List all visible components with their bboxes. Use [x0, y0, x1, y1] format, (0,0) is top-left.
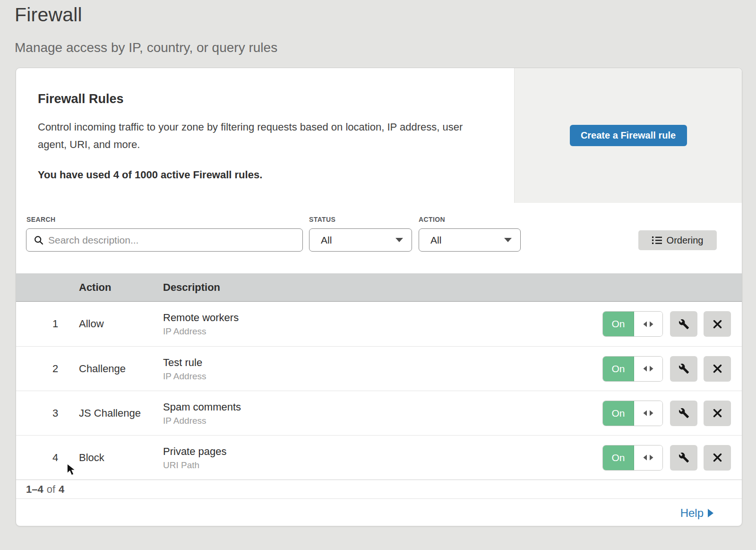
wrench-icon: [679, 452, 689, 463]
rule-controls: On: [602, 445, 731, 471]
card-footer: Help: [16, 499, 742, 527]
toggle-on-label: On: [603, 445, 634, 470]
usage-note: You have used 4 of 1000 active Firewall …: [38, 169, 491, 181]
table-row: 1 Allow Remote workers IP Address On: [16, 302, 742, 346]
wrench-icon: [679, 363, 689, 374]
edit-rule-button[interactable]: [670, 311, 697, 337]
table-row: 2 Challenge Test rule IP Address On: [16, 346, 742, 391]
rule-controls: On: [602, 356, 731, 382]
rule-priority: 3: [44, 407, 66, 419]
action-label: ACTION: [419, 216, 445, 223]
rule-match-type: IP Address: [163, 326, 239, 337]
create-firewall-rule-button[interactable]: Create a Firewall rule: [570, 125, 687, 146]
search-box[interactable]: [26, 228, 303, 252]
rule-controls: On: [602, 311, 731, 337]
search-input[interactable]: [48, 235, 294, 246]
close-icon: [713, 364, 722, 373]
toggle-on-label: On: [603, 312, 634, 336]
action-select-value: All: [430, 235, 441, 246]
left-right-arrows-icon: [643, 366, 653, 372]
page-subtitle: Manage access by IP, country, or query r…: [15, 40, 277, 55]
firewall-page: Firewall Manage access by IP, country, o…: [0, 0, 756, 550]
edit-rule-button[interactable]: [670, 401, 697, 426]
column-header-action: Action: [79, 281, 111, 294]
rule-enabled-toggle[interactable]: On: [602, 311, 663, 337]
edit-rule-button[interactable]: [670, 445, 697, 471]
rule-enabled-toggle[interactable]: On: [602, 356, 663, 382]
left-right-arrows-icon: [643, 410, 653, 416]
delete-rule-button[interactable]: [704, 356, 731, 382]
rule-priority: 2: [44, 363, 66, 375]
table-row: 4 Block Private pages URI Path On: [16, 435, 742, 480]
toggle-on-label: On: [603, 401, 634, 426]
rule-enabled-toggle[interactable]: On: [602, 445, 663, 471]
rule-description-title: Test rule: [163, 356, 206, 368]
ordering-button[interactable]: Ordering: [638, 230, 717, 250]
left-right-arrows-icon: [643, 454, 653, 461]
toggle-handle[interactable]: [634, 357, 662, 381]
search-icon: [34, 236, 43, 245]
action-select[interactable]: All: [419, 228, 521, 252]
chevron-down-icon: [395, 238, 403, 242]
toggle-handle[interactable]: [634, 445, 662, 470]
rule-match-type: IP Address: [163, 415, 241, 426]
status-select[interactable]: All: [309, 228, 412, 252]
toggle-handle[interactable]: [634, 401, 662, 426]
rule-description: Remote workers IP Address: [163, 312, 239, 337]
rule-priority: 1: [44, 318, 66, 330]
pagination-of: of: [47, 483, 55, 496]
close-icon: [713, 409, 722, 418]
toggle-on-label: On: [603, 357, 634, 381]
rule-description-title: Private pages: [163, 445, 227, 457]
rule-description-title: Spam comments: [163, 401, 241, 413]
pagination-range: 1–4: [26, 483, 43, 496]
rule-controls: On: [602, 401, 731, 426]
right-triangle-icon: [708, 509, 713, 517]
pagination-total: 4: [59, 483, 64, 496]
ordered-list-icon: [652, 236, 662, 244]
rule-enabled-toggle[interactable]: On: [602, 401, 663, 426]
help-link-label: Help: [680, 506, 704, 520]
search-label: SEARCH: [26, 216, 56, 223]
rule-priority: 4: [44, 452, 66, 464]
left-right-arrows-icon: [643, 321, 653, 327]
create-rule-panel: Create a Firewall rule: [514, 68, 742, 203]
rule-description: Private pages URI Path: [163, 445, 227, 470]
filter-section: SEARCH STATUS All ACTION All: [16, 203, 742, 273]
edit-rule-button[interactable]: [670, 356, 697, 382]
status-select-value: All: [321, 235, 332, 246]
rule-description: Spam comments IP Address: [163, 401, 241, 426]
column-header-description: Description: [163, 281, 220, 294]
rule-match-type: URI Path: [163, 460, 227, 470]
table-row: 3 JS Challenge Spam comments IP Address …: [16, 391, 742, 435]
help-link[interactable]: Help: [680, 506, 713, 520]
firewall-rules-card: Firewall Rules Control incoming traffic …: [16, 68, 742, 526]
rule-action: Block: [79, 452, 104, 464]
rule-match-type: IP Address: [163, 371, 206, 381]
wrench-icon: [679, 319, 689, 330]
close-icon: [713, 320, 722, 329]
toggle-handle[interactable]: [634, 312, 662, 336]
ordering-button-label: Ordering: [667, 235, 704, 246]
rule-description: Test rule IP Address: [163, 356, 206, 381]
delete-rule-button[interactable]: [704, 311, 731, 337]
intro-section: Firewall Rules Control incoming traffic …: [16, 68, 742, 203]
page-header: Firewall Manage access by IP, country, o…: [15, 4, 277, 55]
section-heading: Firewall Rules: [38, 92, 491, 106]
page-title: Firewall: [15, 4, 277, 26]
pagination: 1–4 of 4: [16, 480, 742, 499]
rule-action: Allow: [79, 318, 104, 330]
intro-text: Firewall Rules Control incoming traffic …: [38, 92, 491, 181]
wrench-icon: [679, 408, 689, 419]
delete-rule-button[interactable]: [704, 445, 731, 471]
close-icon: [713, 453, 722, 462]
status-label: STATUS: [309, 216, 335, 223]
rules-table-body: 1 Allow Remote workers IP Address On: [16, 302, 742, 480]
rule-action: JS Challenge: [79, 407, 141, 419]
rules-table-header: Action Description: [16, 273, 742, 302]
delete-rule-button[interactable]: [704, 401, 731, 426]
rule-description-title: Remote workers: [163, 312, 239, 324]
section-description: Control incoming traffic to your zone by…: [38, 118, 487, 153]
rule-action: Challenge: [79, 363, 126, 375]
chevron-down-icon: [504, 238, 512, 242]
